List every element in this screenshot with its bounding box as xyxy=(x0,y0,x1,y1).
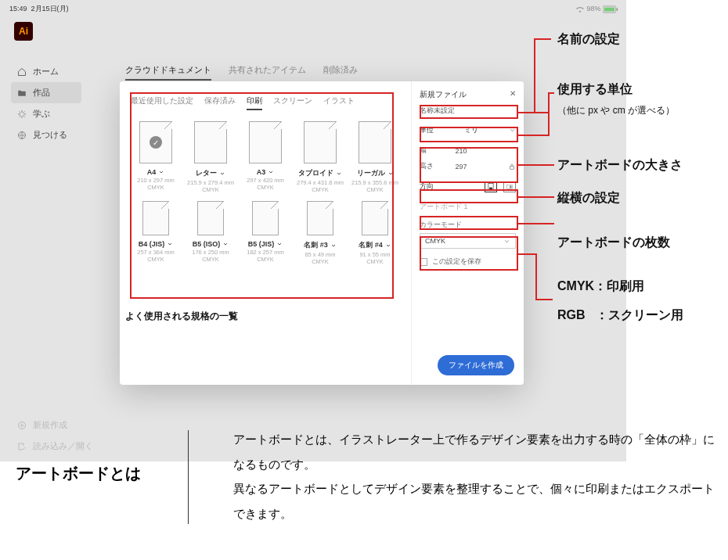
create-file-button[interactable]: ファイルを作成 xyxy=(438,355,514,375)
battery-pct: 98% xyxy=(586,5,600,13)
colormode-select[interactable]: CMYK xyxy=(420,233,516,249)
preset-mode: CMYK xyxy=(240,256,290,263)
caption-presets: よく使用される規格の一覧 xyxy=(125,310,238,323)
explain-divider xyxy=(188,430,189,524)
orient-label: 方向 xyxy=(420,181,434,192)
new-file-dialog: 最近使用した設定 保存済み 印刷 スクリーン イラスト ✓A4210 x 297… xyxy=(120,81,524,385)
anno-cmode2: RGB ：スクリーン用 xyxy=(557,307,683,324)
height-input[interactable] xyxy=(441,163,481,171)
plus-circle-icon xyxy=(17,421,27,430)
chevron-down-icon xyxy=(222,241,229,247)
artboard-count-field[interactable] xyxy=(420,203,516,211)
leader-unit-v xyxy=(548,92,550,135)
orientation-field: 方向 xyxy=(420,179,516,195)
sidebar-item-learn[interactable]: 学ぶ xyxy=(11,103,81,124)
sidebar-item-new[interactable]: 新規作成 xyxy=(11,415,99,436)
unit-value: ミリ xyxy=(464,125,478,135)
colormode-value: CMYK xyxy=(425,237,445,245)
sidebar-item-home[interactable]: ホーム xyxy=(11,61,81,82)
preset-tab-print[interactable]: 印刷 xyxy=(247,95,262,110)
leader-count xyxy=(518,223,554,224)
sidebar-item-label: 作品 xyxy=(33,87,50,99)
sidebar-item-label: 学ぶ xyxy=(33,108,50,120)
preset-tab-recent[interactable]: 最近使用した設定 xyxy=(131,95,193,110)
preset-item[interactable]: レター215.9 x 279.4 mmCMYK xyxy=(186,121,236,193)
import-icon xyxy=(17,442,27,451)
name-input[interactable] xyxy=(420,107,516,115)
home-icon xyxy=(17,67,27,77)
svg-rect-1 xyxy=(604,7,614,11)
preset-item[interactable]: B5 (JIS)182 x 257 mmCMYK xyxy=(240,201,290,265)
preset-name: B5 (JIS) xyxy=(248,240,275,248)
svg-rect-7 xyxy=(489,187,492,189)
preset-item[interactable]: 名刺 #491 x 55 mmCMYK xyxy=(350,201,400,265)
tab-deleted[interactable]: 削除済み xyxy=(323,64,358,81)
chevron-down-icon xyxy=(387,171,394,177)
spark-icon xyxy=(17,109,27,119)
preset-item[interactable]: タブロイド279.4 x 431.8 mmCMYK xyxy=(295,121,345,193)
chevron-down-icon xyxy=(330,242,337,249)
sidebar-item-label: 新規作成 xyxy=(33,419,67,431)
anno-cmode1: CMYK：印刷用 xyxy=(557,278,644,295)
preset-item[interactable]: B5 (ISO)176 x 250 mmCMYK xyxy=(186,201,236,265)
save-settings-checkbox[interactable]: この設定を保存 xyxy=(420,257,516,267)
preset-thumb xyxy=(252,201,279,235)
preset-name: B4 (JIS) xyxy=(139,240,165,248)
artboard-count-input[interactable] xyxy=(420,203,516,210)
preset-thumb xyxy=(249,121,282,163)
preset-mode: CMYK xyxy=(240,184,290,191)
preset-dim: 176 x 250 mm xyxy=(186,249,236,256)
name-field[interactable] xyxy=(420,106,516,115)
preset-tab-saved[interactable]: 保存済み xyxy=(204,95,236,110)
dialog-left: 最近使用した設定 保存済み 印刷 スクリーン イラスト ✓A4210 x 297… xyxy=(120,81,411,385)
preset-mode: CMYK xyxy=(186,256,236,263)
wifi-icon xyxy=(575,5,585,13)
chevron-down-icon xyxy=(167,241,173,247)
tab-cloud-docs[interactable]: クラウドドキュメント xyxy=(125,64,211,81)
preset-item[interactable]: ✓A4210 x 297 mmCMYK xyxy=(131,121,181,193)
preset-item[interactable]: リーガル215.9 x 355.6 mmCMYK xyxy=(350,121,400,193)
battery-icon xyxy=(603,5,618,13)
unit-label: 単位 xyxy=(420,125,434,135)
preset-item[interactable]: B4 (JIS)257 x 364 mmCMYK xyxy=(131,201,181,265)
landscape-icon xyxy=(506,183,513,191)
portrait-icon xyxy=(488,183,494,191)
tab-shared[interactable]: 共有されたアイテム xyxy=(229,64,306,81)
unit-select[interactable]: 単位 ミリ xyxy=(420,123,516,138)
anno-count: アートボードの枚数 xyxy=(557,235,670,251)
svg-rect-2 xyxy=(617,8,618,10)
lock-icon[interactable] xyxy=(508,163,516,171)
width-input[interactable] xyxy=(441,147,481,155)
height-label: 高さ xyxy=(420,161,435,171)
leader-name-h xyxy=(534,38,551,40)
dialog-right: 新規ファイル ✕ 単位 ミリ 幅 高さ 方向 xyxy=(411,81,524,385)
preset-mode: CMYK xyxy=(131,256,181,263)
width-field[interactable]: 幅 xyxy=(420,143,516,159)
leader-cmode xyxy=(518,253,537,255)
anno-name: 名前の設定 xyxy=(557,31,620,48)
leader-unit-h xyxy=(548,92,554,94)
check-icon: ✓ xyxy=(150,136,162,149)
preset-thumb: ✓ xyxy=(139,121,172,163)
preset-tab-illust[interactable]: イラスト xyxy=(323,95,355,110)
anno-orient: 縦横の設定 xyxy=(557,190,620,206)
height-field[interactable]: 高さ xyxy=(420,159,516,174)
preset-thumb xyxy=(142,201,169,235)
chevron-down-icon xyxy=(268,169,274,175)
sidebar-item-open[interactable]: 読み込み／開く xyxy=(11,436,99,457)
checkbox-box[interactable] xyxy=(420,258,427,266)
home-tabs: クラウドドキュメント 共有されたアイテム 削除済み xyxy=(125,64,358,81)
explain-body: アートボードとは、イラストレーター上で作るデザイン要素を出力する時の「全体の枠」… xyxy=(233,427,719,526)
preset-dim: 210 x 297 mm xyxy=(131,177,181,184)
preset-item[interactable]: 名刺 #385 x 49 mmCMYK xyxy=(295,201,345,265)
preset-item[interactable]: A3297 x 420 mmCMYK xyxy=(240,121,290,193)
chevron-down-icon xyxy=(158,169,164,175)
orient-portrait-button[interactable] xyxy=(485,181,497,192)
preset-name: 名刺 #4 xyxy=(359,240,383,250)
sidebar-item-discover[interactable]: 見つける xyxy=(11,124,81,145)
close-icon[interactable]: ✕ xyxy=(510,89,516,100)
preset-tab-screen[interactable]: スクリーン xyxy=(273,95,312,110)
sidebar-item-works[interactable]: 作品 xyxy=(11,82,81,103)
orient-landscape-button[interactable] xyxy=(503,181,516,192)
panel-title: 新規ファイル xyxy=(420,89,467,100)
